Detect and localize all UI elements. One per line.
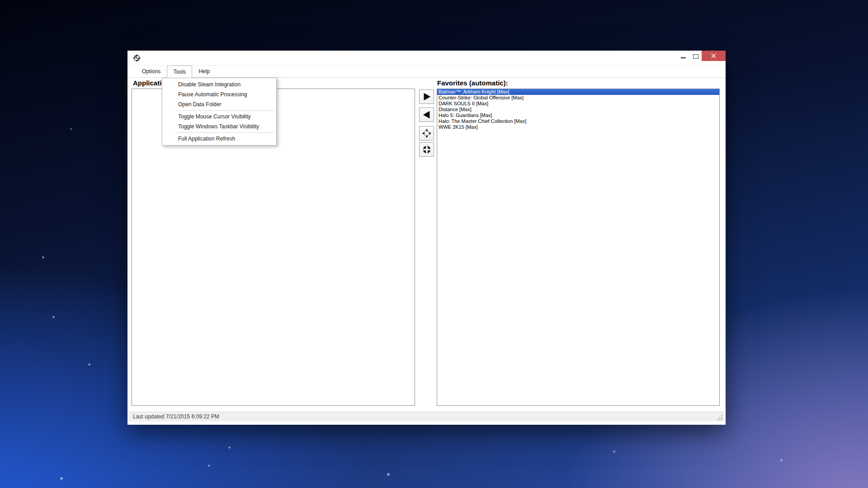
minimize-button[interactable]	[677, 51, 689, 61]
menu-separator	[176, 132, 275, 133]
close-button[interactable]	[702, 51, 726, 61]
add-to-favorites-button[interactable]	[419, 89, 434, 104]
svg-text:G: G	[137, 57, 139, 61]
right-arrow-icon	[422, 92, 432, 102]
maximize-button[interactable]	[689, 51, 702, 61]
star-dot	[61, 478, 62, 479]
menu-item-pause-automatic-processing[interactable]: Pause Automatic Processing	[162, 89, 276, 99]
favorites-item[interactable]: WWE 2K15 [Max]	[437, 124, 719, 130]
borderless-gaming-app-icon[interactable]: B G	[133, 54, 141, 62]
remove-from-favorites-button[interactable]	[419, 108, 434, 122]
favorites-item[interactable]: Distance [Max]	[437, 107, 719, 113]
star-dot	[229, 447, 230, 448]
menu-help[interactable]: Help	[192, 66, 216, 77]
menu-options[interactable]: Options	[136, 66, 167, 77]
star-dot	[53, 316, 54, 318]
menu-item-toggle-windows-taskbar-visibility[interactable]: Toggle Windows Taskbar Visibility	[162, 122, 276, 131]
star-dot	[613, 451, 615, 452]
title-bar[interactable]: B G	[127, 51, 726, 66]
menu-bar: Options Tools Help	[127, 66, 726, 78]
favorites-item[interactable]: Halo 5: Guardians [Max]	[437, 113, 719, 118]
close-icon	[711, 53, 716, 58]
maximize-icon	[693, 54, 698, 59]
menu-separator	[176, 110, 275, 111]
left-arrow-icon	[422, 110, 432, 120]
star-dot	[89, 364, 90, 365]
expand-arrows-icon	[422, 128, 432, 138]
favorites-item[interactable]: DARK SOULS II [Max]	[437, 101, 719, 107]
menu-tools[interactable]: Tools	[167, 66, 192, 78]
favorites-item[interactable]: Halo: The Master Chief Collection [Max]	[437, 118, 719, 124]
favorites-item[interactable]: Counter-Strike: Global Offensive [Max]	[437, 95, 719, 101]
status-bar: Last updated 7/21/2015 6:09:22 PM	[129, 412, 724, 422]
menu-item-disable-steam-integration[interactable]: Disable Steam Integration	[162, 80, 276, 89]
star-dot	[387, 474, 389, 475]
minimize-icon	[681, 57, 686, 58]
favorites-label: Favorites (automatic):	[437, 79, 508, 87]
menu-item-toggle-mouse-cursor-visibility[interactable]: Toggle Mouse Cursor Visibility	[162, 112, 276, 122]
star-dot	[208, 465, 210, 466]
app-window: B G Options Tools Help Applications: Fav…	[127, 51, 726, 425]
resize-grip[interactable]	[716, 414, 723, 421]
desktop: { "window": { "app_name": "Borderless Ga…	[0, 0, 868, 488]
make-borderless-button[interactable]	[419, 126, 434, 141]
star-dot	[781, 460, 782, 461]
collapse-arrows-icon	[422, 145, 432, 155]
caption-buttons	[677, 51, 726, 61]
menu-item-full-application-refresh[interactable]: Full Application Refresh	[162, 134, 276, 144]
restore-window-button[interactable]	[419, 142, 434, 157]
tools-dropdown-menu: Disable Steam Integration Pause Automati…	[162, 78, 277, 145]
star-dot	[71, 128, 72, 130]
star-dot	[42, 257, 44, 258]
menu-item-open-data-folder[interactable]: Open Data Folder	[162, 99, 276, 109]
favorites-item[interactable]: Batman™: Arkham Knight [Max]	[437, 89, 719, 95]
status-text: Last updated 7/21/2015 6:09:22 PM	[133, 413, 219, 420]
favorites-listbox[interactable]: Batman™: Arkham Knight [Max] Counter-Str…	[437, 89, 720, 406]
